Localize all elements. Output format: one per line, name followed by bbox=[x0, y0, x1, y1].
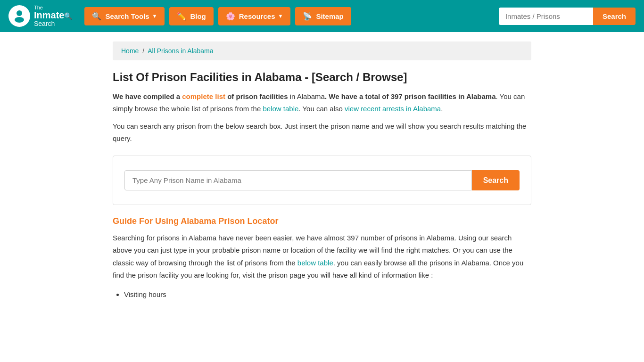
resources-icon: 🌸 bbox=[226, 12, 235, 21]
below-table-link-1[interactable]: below table bbox=[263, 105, 298, 113]
search-tools-arrow-icon: ▼ bbox=[152, 13, 157, 19]
main-content: Home / All Prisons in Alabama List Of Pr… bbox=[105, 32, 539, 311]
search-tools-button[interactable]: 🔍 Search Tools ▼ bbox=[84, 7, 165, 25]
logo-inmate: Inmate bbox=[34, 10, 64, 20]
intro-bold-post: . We have a total of 397 prison faciliti… bbox=[325, 92, 496, 100]
prison-search-button-label: Search bbox=[483, 176, 508, 184]
sitemap-icon: 📡 bbox=[303, 12, 312, 21]
list-item-visiting: Visiting hours bbox=[124, 288, 531, 302]
nav-search-input[interactable] bbox=[499, 8, 593, 25]
prison-search-button[interactable]: Search bbox=[472, 170, 520, 190]
page-title: List Of Prison Facilities in Alabama - [… bbox=[113, 71, 531, 84]
navbar: The Inmate🔍 Search 🔍 Search Tools ▼ ✏️ B… bbox=[0, 0, 644, 32]
info-list: Visiting hours bbox=[124, 288, 531, 302]
intro-paragraph-1: We have compiled a complete list of pris… bbox=[113, 90, 531, 115]
logo-search-text: Search bbox=[34, 20, 72, 27]
blog-icon: ✏️ bbox=[177, 12, 186, 21]
resources-label: Resources bbox=[239, 12, 275, 20]
guide-title: Guide For Using Alabama Prison Locator bbox=[113, 216, 531, 226]
sitemap-button[interactable]: 📡 Sitemap bbox=[295, 7, 351, 25]
prison-search-wrap: Search bbox=[124, 170, 520, 190]
search-tools-label: Search Tools bbox=[105, 12, 149, 20]
nav-search-button-label: Search bbox=[603, 12, 626, 20]
below-table-link-2[interactable]: below table bbox=[297, 259, 333, 267]
prison-search-input[interactable] bbox=[124, 170, 472, 190]
logo-icon bbox=[8, 5, 30, 27]
breadcrumb-current-link[interactable]: All Prisons in Alabama bbox=[148, 47, 213, 55]
nav-search-area: Search bbox=[499, 8, 636, 25]
intro-paragraph-2: You can search any prison from the below… bbox=[113, 120, 531, 144]
logo-text: The Inmate🔍 Search bbox=[34, 5, 72, 27]
resources-button[interactable]: 🌸 Resources ▼ bbox=[218, 7, 291, 25]
svg-point-1 bbox=[15, 17, 24, 23]
search-tools-icon: 🔍 bbox=[92, 12, 101, 21]
sitemap-label: Sitemap bbox=[316, 12, 343, 20]
prison-search-area: Search bbox=[113, 156, 531, 205]
nav-search-button[interactable]: Search bbox=[593, 8, 636, 25]
breadcrumb: Home / All Prisons in Alabama bbox=[113, 41, 531, 60]
resources-arrow-icon: ▼ bbox=[278, 13, 283, 19]
recent-arrests-link[interactable]: view recent arrests in Alabama bbox=[345, 105, 441, 113]
intro-post: in Alabama bbox=[290, 92, 325, 100]
intro-trail2: . You can also bbox=[298, 105, 345, 113]
svg-point-0 bbox=[17, 10, 22, 16]
guide-paragraph: Searching for prisons in Alabama have ne… bbox=[113, 232, 531, 281]
blog-label: Blog bbox=[190, 12, 206, 20]
complete-list-link[interactable]: complete list bbox=[182, 92, 225, 100]
breadcrumb-home-link[interactable]: Home bbox=[121, 47, 139, 55]
intro-end: . bbox=[441, 105, 443, 113]
breadcrumb-separator: / bbox=[142, 47, 144, 55]
blog-button[interactable]: ✏️ Blog bbox=[169, 7, 213, 25]
logo: The Inmate🔍 Search bbox=[8, 5, 72, 27]
